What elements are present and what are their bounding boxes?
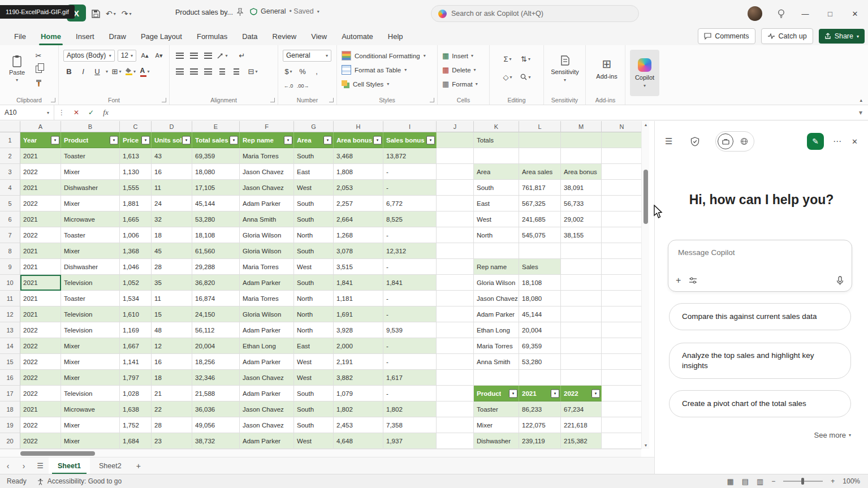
percent-button[interactable]: % — [297, 66, 308, 77]
add-sheet-button[interactable]: + — [136, 461, 141, 470]
cell-L5[interactable]: 567,325 — [519, 196, 561, 211]
sensitivity-button[interactable]: Sensitivity ▾ — [549, 49, 581, 88]
filter-button[interactable]: ▾ — [284, 136, 292, 144]
bold-button[interactable]: B — [63, 66, 75, 77]
page-break-view-icon[interactable]: ▥ — [757, 477, 763, 486]
merge-center-button[interactable]: ⊟▾ — [247, 66, 258, 77]
row-header-17[interactable]: 17 — [0, 386, 20, 401]
cell-B15[interactable]: Mixer — [61, 354, 120, 370]
see-more-link[interactable]: See more ▾ — [814, 431, 851, 439]
cell-C6[interactable]: 1,665 — [120, 211, 152, 227]
cell-M19[interactable]: 221,618 — [561, 417, 602, 433]
cell-E16[interactable]: 32,346 — [192, 370, 240, 386]
cell-D17[interactable]: 21 — [152, 386, 192, 401]
cell-M6[interactable]: 29,002 — [561, 211, 602, 227]
cell-C8[interactable]: 1,368 — [120, 243, 152, 259]
cell-I7[interactable]: - — [383, 227, 437, 243]
cell-A7[interactable]: 2022 — [20, 227, 61, 243]
align-bottom-button[interactable] — [202, 50, 214, 62]
row-header-8[interactable]: 8 — [0, 243, 20, 259]
cell-D14[interactable]: 12 — [152, 338, 192, 354]
cell-B8[interactable]: Mixer — [61, 243, 120, 259]
cell-D11[interactable]: 11 — [152, 291, 192, 306]
cell-M15[interactable] — [561, 354, 602, 370]
row-header-9[interactable]: 9 — [0, 259, 20, 275]
cell-J18[interactable] — [437, 401, 474, 417]
fill-color-button[interactable]: ▾ — [125, 66, 136, 77]
cell-B12[interactable]: Television — [61, 306, 120, 322]
cell-A4[interactable]: 2021 — [20, 180, 61, 196]
cell-A3[interactable]: 2022 — [20, 164, 61, 180]
cell-K19[interactable]: Mixer — [474, 417, 519, 433]
cell-N18[interactable] — [602, 401, 641, 417]
cell-M9[interactable] — [561, 259, 602, 275]
cell-B14[interactable]: Mixer — [61, 338, 120, 354]
cell-K2[interactable] — [474, 148, 519, 164]
tab-home[interactable]: Home — [33, 27, 68, 45]
cell-F10[interactable]: Adam Parker — [240, 275, 294, 291]
formula-input[interactable] — [113, 105, 853, 120]
row-header-14[interactable]: 14 — [0, 338, 20, 354]
column-header-C[interactable]: C — [120, 121, 152, 132]
cell-I1[interactable]: Sales bonus▾ — [383, 132, 437, 148]
cell-N1[interactable] — [602, 132, 641, 148]
row-header-16[interactable]: 16 — [0, 370, 20, 386]
cell-B9[interactable]: Dishwasher — [61, 259, 120, 275]
cell-H19[interactable]: 2,453 — [334, 417, 383, 433]
pin-icon[interactable] — [236, 8, 244, 16]
sort-filter-button[interactable]: ⇅▾ — [520, 53, 532, 65]
cell-G10[interactable]: South — [294, 275, 334, 291]
filter-button[interactable]: ▾ — [551, 389, 559, 398]
cell-K3[interactable]: Area — [474, 164, 519, 180]
cell-N17[interactable] — [602, 386, 641, 401]
conditional-formatting-button[interactable]: Conditional Formatting ▾ — [342, 49, 433, 63]
cell-A6[interactable]: 2021 — [20, 211, 61, 227]
cell-I9[interactable]: - — [383, 259, 437, 275]
cell-K14[interactable]: Maria Torres — [474, 338, 519, 354]
sheet-tab-sheet2[interactable]: Sheet2 — [90, 457, 131, 474]
cell-A10[interactable]: 2021 — [20, 275, 61, 291]
zoom-out-button[interactable]: − — [771, 477, 775, 485]
cell-F1[interactable]: Rep name▾ — [240, 132, 294, 148]
cell-K18[interactable]: Toaster — [474, 401, 519, 417]
cell-L9[interactable]: Sales — [519, 259, 561, 275]
cell-G4[interactable]: West — [294, 180, 334, 196]
cell-G3[interactable]: East — [294, 164, 334, 180]
cell-B3[interactable]: Mixer — [61, 164, 120, 180]
comments-button[interactable]: Comments — [698, 28, 755, 44]
horizontal-scrollbar[interactable] — [0, 449, 641, 457]
sheet-tab-sheet1[interactable]: Sheet1 — [49, 457, 90, 474]
tab-help[interactable]: Help — [381, 27, 411, 45]
cell-I8[interactable]: 12,312 — [383, 243, 437, 259]
cell-L7[interactable]: 545,075 — [519, 227, 561, 243]
tab-view[interactable]: View — [304, 27, 334, 45]
cell-H9[interactable]: 3,515 — [334, 259, 383, 275]
cell-J6[interactable] — [437, 211, 474, 227]
cell-E15[interactable]: 18,256 — [192, 354, 240, 370]
cell-B4[interactable]: Dishwasher — [61, 180, 120, 196]
cell-E5[interactable]: 45,144 — [192, 196, 240, 211]
privacy-shield-icon[interactable] — [690, 137, 699, 146]
cell-J19[interactable] — [437, 417, 474, 433]
cell-N3[interactable] — [602, 164, 641, 180]
zoom-slider[interactable] — [783, 481, 823, 482]
cut-button[interactable]: ✂ — [33, 50, 44, 62]
styles-dialog-launcher[interactable] — [430, 98, 434, 102]
cell-A17[interactable]: 2022 — [20, 386, 61, 401]
filter-button[interactable]: ▾ — [182, 136, 191, 144]
orientation-button[interactable]: ▾ — [217, 50, 228, 62]
cell-K4[interactable]: South — [474, 180, 519, 196]
cell-D16[interactable]: 18 — [152, 370, 192, 386]
delete-cells-button[interactable]: ▦ Delete▾ — [442, 63, 485, 77]
microphone-icon[interactable] — [836, 276, 844, 286]
tab-review[interactable]: Review — [265, 27, 304, 45]
cell-H13[interactable]: 3,928 — [334, 322, 383, 338]
cell-D4[interactable]: 11 — [152, 180, 192, 196]
cell-G16[interactable]: West — [294, 370, 334, 386]
column-header-I[interactable]: I — [383, 121, 437, 132]
row-header-7[interactable]: 7 — [0, 227, 20, 243]
cell-M5[interactable]: 56,733 — [561, 196, 602, 211]
tab-file[interactable]: File — [7, 27, 33, 45]
cell-G1[interactable]: Area▾ — [294, 132, 334, 148]
cell-G18[interactable]: South — [294, 401, 334, 417]
